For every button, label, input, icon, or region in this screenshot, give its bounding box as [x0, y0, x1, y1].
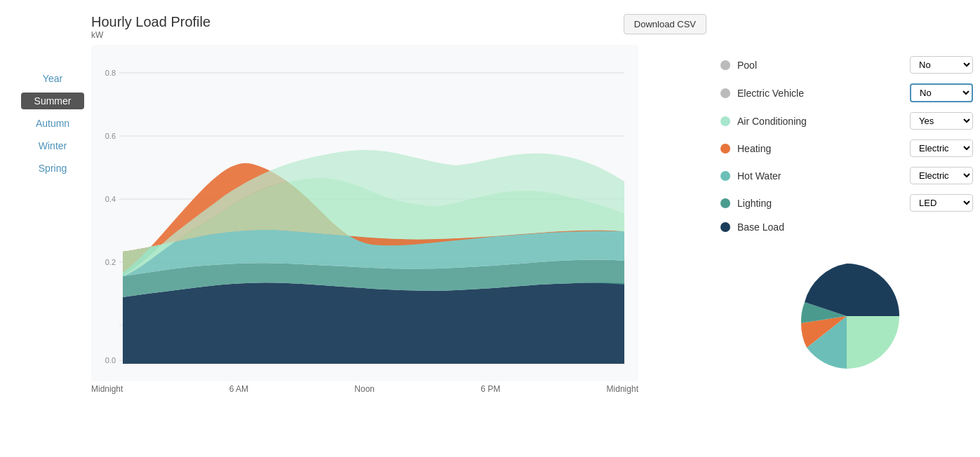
legend-table: PoolNoYesElectric VehicleNoYesAir Condit… — [720, 56, 973, 243]
legend-row-electric-vehicle: Electric VehicleNoYes — [720, 83, 973, 102]
sidebar-item-summer[interactable]: Summer — [21, 93, 84, 109]
x-label-midnight-end: Midnight — [607, 384, 638, 394]
legend-label-hot-water: Hot Water — [737, 170, 903, 182]
legend-row-base-load: Base Load — [720, 221, 973, 233]
svg-text:0.2: 0.2 — [105, 258, 116, 266]
x-label-6am: 6 AM — [229, 384, 248, 394]
legend-select-lighting[interactable]: LEDCFLHalogen — [910, 194, 973, 212]
pie-chart-svg — [787, 257, 906, 376]
legend-row-pool: PoolNoYes — [720, 56, 973, 74]
legend-select-heating[interactable]: ElectricGasNone — [910, 139, 973, 157]
chart-area: 0.8 0.6 0.4 0.2 0.0 — [91, 45, 638, 381]
legend-label-heating: Heating — [737, 143, 903, 154]
legend-select-air-conditioning[interactable]: YesNo — [910, 112, 973, 130]
svg-text:0.8: 0.8 — [105, 69, 116, 77]
legend-dot-base-load — [720, 222, 730, 232]
season-sidebar: YearSummerAutumnWinterSpring — [7, 14, 91, 394]
x-label-6pm: 6 PM — [481, 384, 500, 394]
sidebar-item-year[interactable]: Year — [21, 70, 84, 87]
pie-chart-container — [720, 257, 973, 376]
legend-select-hot-water[interactable]: ElectricGasSolar — [910, 167, 973, 184]
legend-row-heating: HeatingElectricGasNone — [720, 139, 973, 157]
legend-dot-electric-vehicle — [720, 88, 730, 98]
legend-label-lighting: Lighting — [737, 198, 903, 209]
legend-label-air-conditioning: Air Conditioning — [737, 116, 903, 127]
legend-label-pool: Pool — [737, 60, 903, 71]
legend-row-hot-water: Hot WaterElectricGasSolar — [720, 167, 973, 184]
svg-text:0.0: 0.0 — [105, 356, 116, 364]
legend-dot-hot-water — [720, 171, 730, 181]
main-chart-area: Hourly Load Profile kW Download CSV 0.8 … — [91, 14, 706, 394]
x-label-noon: Noon — [354, 384, 375, 394]
chart-header: Hourly Load Profile kW Download CSV — [91, 14, 706, 41]
legend-row-lighting: LightingLEDCFLHalogen — [720, 194, 973, 212]
x-label-midnight-start: Midnight — [91, 384, 123, 394]
legend-label-electric-vehicle: Electric Vehicle — [737, 88, 903, 99]
legend-label-base-load: Base Load — [737, 221, 973, 233]
chart-title: Hourly Load Profile — [91, 14, 210, 30]
x-axis-labels: Midnight 6 AM Noon 6 PM Midnight — [91, 381, 638, 394]
download-csv-button[interactable]: Download CSV — [624, 14, 706, 34]
right-panel: PoolNoYesElectric VehicleNoYesAir Condit… — [706, 14, 973, 394]
legend-select-pool[interactable]: NoYes — [910, 56, 973, 74]
svg-text:0.4: 0.4 — [105, 195, 116, 203]
y-axis-label: kW — [91, 30, 210, 40]
chart-svg: 0.8 0.6 0.4 0.2 0.0 — [91, 45, 638, 381]
svg-text:0.6: 0.6 — [105, 132, 116, 140]
legend-row-air-conditioning: Air ConditioningYesNo — [720, 112, 973, 130]
sidebar-item-spring[interactable]: Spring — [21, 160, 84, 177]
sidebar-item-winter[interactable]: Winter — [21, 137, 84, 154]
legend-dot-heating — [720, 144, 730, 154]
legend-dot-pool — [720, 60, 730, 70]
legend-dot-air-conditioning — [720, 116, 730, 126]
legend-select-electric-vehicle[interactable]: NoYes — [910, 83, 973, 102]
legend-dot-lighting — [720, 198, 730, 208]
sidebar-item-autumn[interactable]: Autumn — [21, 115, 84, 132]
